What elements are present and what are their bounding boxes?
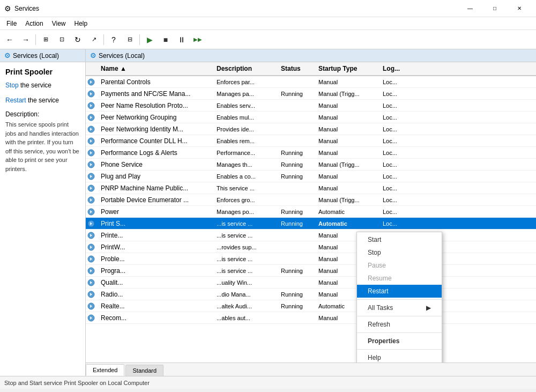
table-row[interactable]: Progra... ...is service ... Running Manu… xyxy=(86,265,536,277)
ctx-stop[interactable]: Stop xyxy=(357,246,442,259)
maximize-button[interactable]: □ xyxy=(482,0,507,17)
col-header-status[interactable]: Status xyxy=(279,64,316,73)
row-name: PNRP Machine Name Public... xyxy=(96,183,214,193)
service-title: Print Spooler xyxy=(5,68,80,76)
table-body[interactable]: Parental Controls Enforces par... Manual… xyxy=(86,76,536,363)
table-row[interactable]: Power Manages po... Running Automatic Lo… xyxy=(86,206,536,218)
col-header-name[interactable]: Name ▲ xyxy=(96,64,214,73)
title-bar: ⚙ Services — □ ✕ xyxy=(0,0,536,17)
table-row[interactable]: Peer Name Resolution Proto... Enables se… xyxy=(86,100,536,112)
row-desc: Enables rem... xyxy=(214,137,279,145)
ctx-properties[interactable]: Properties xyxy=(357,335,442,347)
close-button[interactable]: ✕ xyxy=(507,0,532,17)
table-row[interactable]: Parental Controls Enforces par... Manual… xyxy=(86,76,536,88)
table-row[interactable]: Performance Counter DLL H... Enables rem… xyxy=(86,135,536,147)
table-row[interactable]: Peer Networking Identity M... Provides i… xyxy=(86,123,536,135)
ctx-help[interactable]: Help xyxy=(357,351,442,363)
row-status: Running xyxy=(279,149,316,157)
restart-button[interactable]: ▶▶ xyxy=(190,32,205,47)
tab-extended[interactable]: Extended xyxy=(86,364,124,376)
table-row[interactable]: Plug and Play Enables a co... Running Ma… xyxy=(86,171,536,182)
row-icon xyxy=(86,114,96,121)
menu-help[interactable]: Help xyxy=(70,19,92,28)
table-row[interactable]: Peer Networking Grouping Enables mul... … xyxy=(86,112,536,123)
row-desc: Performance... xyxy=(214,149,279,157)
properties-button[interactable]: ⊟ xyxy=(122,32,137,47)
row-startup: Manual (Trigg... xyxy=(316,196,381,204)
pause-button[interactable]: ⏸ xyxy=(174,32,189,47)
row-icon xyxy=(86,243,96,251)
menu-view[interactable]: View xyxy=(48,19,70,28)
restart-link[interactable]: Restart xyxy=(5,97,26,104)
refresh-button[interactable]: ↻ xyxy=(70,32,85,47)
table-row[interactable]: PNRP Machine Name Public... This service… xyxy=(86,182,536,194)
menu-file[interactable]: File xyxy=(2,19,21,28)
row-desc: Enables serv... xyxy=(214,101,279,110)
main-panel-title: Services (Local) xyxy=(99,52,145,60)
table-row[interactable]: Portable Device Enumerator ... Enforces … xyxy=(86,194,536,206)
table-row[interactable]: Print S... ...is service ... Running Aut… xyxy=(86,218,536,230)
stop-link[interactable]: Stop xyxy=(5,82,19,89)
row-name: Print S... xyxy=(96,219,214,228)
row-icon xyxy=(86,232,96,239)
stop-button[interactable]: ■ xyxy=(158,32,173,47)
row-desc: ...altek Audi... xyxy=(214,302,279,310)
view-toggle-button[interactable]: ⊞ xyxy=(38,32,53,47)
row-desc: ...is service ... xyxy=(214,267,279,275)
ctx-sep-3 xyxy=(357,332,442,333)
service-icon xyxy=(87,314,95,322)
table-row[interactable]: Radio... ...dio Mana... Running Manual L… xyxy=(86,289,536,300)
col-header-startup[interactable]: Startup Type xyxy=(316,64,381,73)
row-log: Loc... xyxy=(381,196,413,204)
table-row[interactable]: Recom... ...ables aut... Manual Loc... xyxy=(86,312,536,324)
help-button[interactable]: ? xyxy=(106,32,121,47)
left-panel-header: ⚙ Services (Local) xyxy=(0,49,85,62)
service-icon xyxy=(87,208,95,216)
ctx-alltasks[interactable]: All Tasks ▶ xyxy=(357,301,442,314)
row-icon xyxy=(86,208,96,216)
table-row[interactable]: Qualit... ...uality Win... Manual Loc... xyxy=(86,277,536,289)
left-panel-content: Print Spooler Stop the service Restart t… xyxy=(0,62,85,376)
service-icon xyxy=(87,149,95,157)
row-desc: ...is service ... xyxy=(214,255,279,263)
status-bar: Stop and Start service Print Spooler on … xyxy=(0,376,536,389)
row-name: Qualit... xyxy=(96,278,214,287)
table-row[interactable]: Phone Service Manages th... Running Manu… xyxy=(86,159,536,171)
row-icon xyxy=(86,291,96,298)
play-button[interactable]: ▶ xyxy=(142,32,157,47)
forward-button[interactable]: → xyxy=(18,32,33,47)
ctx-refresh[interactable]: Refresh xyxy=(357,318,442,331)
table-row[interactable]: Printe... ...is service ... Manual Loc..… xyxy=(86,230,536,241)
table-row[interactable]: Proble... ...is service ... Manual Loc..… xyxy=(86,253,536,265)
ctx-start[interactable]: Start xyxy=(357,233,442,246)
row-status xyxy=(279,234,316,236)
minimize-button[interactable]: — xyxy=(458,0,482,17)
row-startup: Manual xyxy=(316,113,381,122)
export-button[interactable]: ↗ xyxy=(86,32,101,47)
title-bar-left: ⚙ Services xyxy=(4,4,39,13)
service-icon xyxy=(87,255,95,263)
row-startup: Manual xyxy=(316,78,381,86)
row-name: Phone Service xyxy=(96,160,214,169)
col-header-desc[interactable]: Description xyxy=(214,64,279,73)
table-row[interactable]: PrintW... ...rovides sup... Manual Loc..… xyxy=(86,241,536,253)
row-icon xyxy=(86,102,96,109)
col-header-log[interactable]: Log... xyxy=(381,64,413,73)
row-name: Performance Logs & Alerts xyxy=(96,148,214,158)
table-row[interactable]: Payments and NFC/SE Mana... Manages pa..… xyxy=(86,88,536,100)
row-startup: Manual xyxy=(316,125,381,134)
row-desc: Manages po... xyxy=(214,208,279,216)
menu-action[interactable]: Action xyxy=(21,19,47,28)
view-button2[interactable]: ⊡ xyxy=(54,32,69,47)
row-icon xyxy=(86,161,96,168)
title-bar-controls: — □ ✕ xyxy=(458,0,532,17)
back-button[interactable]: ← xyxy=(2,32,17,47)
service-icon xyxy=(87,267,95,275)
row-icon xyxy=(86,279,96,286)
ctx-restart[interactable]: Restart xyxy=(357,285,442,298)
col-header-scroll xyxy=(413,64,419,73)
table-row[interactable]: Performance Logs & Alerts Performance...… xyxy=(86,147,536,159)
tab-standard[interactable]: Standard xyxy=(125,365,163,376)
table-row[interactable]: Realte... ...altek Audi... Running Autom… xyxy=(86,300,536,312)
service-icon xyxy=(87,220,95,227)
